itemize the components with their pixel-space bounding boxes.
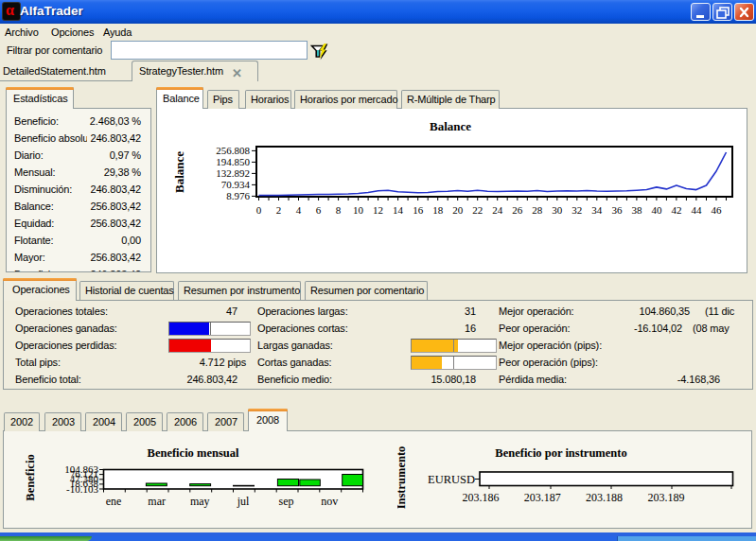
- svg-text:194.850: 194.850: [216, 156, 250, 167]
- svg-text:Beneficio por instrumento: Beneficio por instrumento: [495, 446, 626, 460]
- svg-text:203.187: 203.187: [524, 491, 561, 504]
- svg-text:20: 20: [452, 204, 464, 216]
- svg-text:12: 12: [373, 204, 383, 216]
- svg-text:-10.103: -10.103: [66, 483, 98, 495]
- svg-text:Beneficio mensual: Beneficio mensual: [148, 446, 239, 460]
- svg-text:44: 44: [691, 204, 702, 216]
- svg-text:6: 6: [316, 204, 322, 216]
- svg-text:203.189: 203.189: [647, 491, 684, 504]
- svg-text:40: 40: [651, 204, 662, 216]
- svg-text:46: 46: [712, 204, 723, 216]
- svg-text:4: 4: [296, 204, 302, 216]
- svg-text:203.186: 203.186: [463, 491, 500, 504]
- svg-text:28: 28: [532, 204, 543, 216]
- svg-text:30: 30: [552, 204, 563, 216]
- svg-text:ene: ene: [106, 495, 122, 508]
- svg-text:70.934: 70.934: [221, 179, 251, 190]
- svg-text:203.188: 203.188: [586, 491, 623, 504]
- svg-text:34: 34: [591, 204, 603, 216]
- svg-text:8: 8: [336, 204, 342, 216]
- svg-text:22: 22: [472, 204, 483, 216]
- svg-text:2: 2: [276, 204, 282, 216]
- svg-text:18: 18: [432, 204, 444, 216]
- svg-text:may: may: [190, 495, 210, 508]
- svg-text:Balance: Balance: [172, 151, 186, 193]
- svg-text:36: 36: [611, 204, 623, 216]
- svg-text:132.892: 132.892: [216, 167, 250, 179]
- svg-text:42: 42: [671, 204, 681, 216]
- svg-text:Beneficio: Beneficio: [24, 454, 37, 500]
- svg-text:24: 24: [492, 204, 503, 216]
- svg-text:14: 14: [393, 204, 404, 216]
- svg-text:32: 32: [571, 204, 582, 216]
- svg-text:256.808: 256.808: [216, 145, 250, 156]
- svg-text:EURUSD: EURUSD: [428, 473, 475, 486]
- svg-text:16: 16: [413, 204, 424, 216]
- svg-text:Instrumento: Instrumento: [397, 446, 408, 510]
- svg-text:0: 0: [256, 204, 262, 216]
- svg-text:26: 26: [512, 204, 523, 216]
- svg-text:sep: sep: [279, 495, 294, 508]
- svg-text:nov: nov: [321, 495, 338, 508]
- svg-text:jul: jul: [237, 495, 250, 508]
- svg-text:10: 10: [353, 204, 364, 216]
- svg-text:8.976: 8.976: [226, 190, 250, 201]
- svg-text:mar: mar: [148, 495, 166, 508]
- svg-text:Balance: Balance: [430, 119, 471, 133]
- svg-text:38: 38: [631, 204, 642, 216]
